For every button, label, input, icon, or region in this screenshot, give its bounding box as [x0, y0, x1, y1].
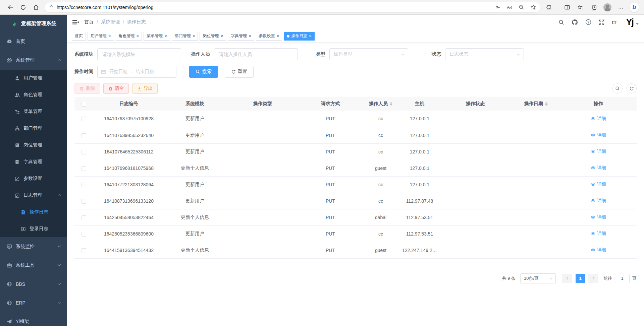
table-search-toggle-button[interactable]: [612, 83, 623, 93]
close-icon[interactable]: ×: [309, 34, 312, 38]
tab-dictionary-management[interactable]: 字典管理×: [228, 32, 254, 41]
sidebar-item-post-management[interactable]: 岗位管理: [0, 137, 67, 153]
copilot-button[interactable]: b: [629, 2, 640, 13]
detail-link[interactable]: 详细: [591, 247, 606, 253]
sort-icons[interactable]: [390, 102, 392, 106]
breadcrumb-home[interactable]: 首页: [84, 19, 94, 25]
close-icon[interactable]: ×: [164, 34, 167, 38]
header-help-button[interactable]: ?: [585, 19, 591, 25]
sidebar-item-erp[interactable]: ERP: [0, 294, 67, 312]
row-checkbox[interactable]: [82, 150, 86, 154]
sidebar-item-bbs[interactable]: BBS: [0, 275, 67, 294]
chevron-down-icon: [517, 52, 520, 56]
sidebar-item-system-monitor[interactable]: 系统监控: [0, 237, 67, 256]
favorites-button[interactable]: [575, 2, 586, 13]
password-key-icon[interactable]: [495, 4, 501, 10]
sidebar-item-system-tools[interactable]: 系统工具: [0, 256, 67, 275]
goto-page-input[interactable]: [615, 274, 630, 283]
sidebar-item-operation-log[interactable]: 操作日志: [0, 204, 67, 220]
sidebar-item-department-management[interactable]: 部门管理: [0, 120, 67, 137]
header-github-button[interactable]: [572, 19, 578, 25]
profile-button[interactable]: [602, 2, 613, 13]
read-aloud-icon[interactable]: A: [507, 5, 513, 10]
settings-more-button[interactable]: …: [615, 2, 627, 13]
select-all-checkbox[interactable]: [82, 102, 86, 107]
cell-log-id: 1642505235366809600: [93, 225, 164, 242]
status-select[interactable]: 日志状态: [445, 48, 524, 60]
row-checkbox[interactable]: [82, 166, 86, 171]
close-icon[interactable]: ×: [220, 34, 223, 38]
close-icon[interactable]: ×: [137, 34, 139, 38]
sidebar-item-log-management[interactable]: 日志管理: [0, 187, 67, 204]
sidebar-item-system-management[interactable]: 系统管理: [0, 51, 67, 70]
collections-button[interactable]: [588, 2, 600, 13]
close-icon[interactable]: ×: [108, 34, 111, 38]
split-screen-button[interactable]: [561, 2, 573, 13]
detail-link[interactable]: 详细: [591, 181, 606, 187]
tab-home[interactable]: 首页: [72, 32, 86, 41]
clear-button[interactable]: 清空: [103, 83, 129, 94]
close-icon[interactable]: ×: [249, 34, 251, 38]
tab-department-management[interactable]: 部门管理×: [172, 32, 198, 41]
module-input[interactable]: [97, 48, 181, 60]
address-bar[interactable]: https://ccnetcore.com:1101/system/log/op…: [45, 2, 540, 12]
browser-refresh-button[interactable]: [17, 2, 30, 13]
sidebar-collapse-button[interactable]: [72, 19, 79, 25]
export-button[interactable]: 导出: [132, 83, 158, 94]
detail-link[interactable]: 详细: [591, 148, 606, 154]
row-checkbox[interactable]: [82, 117, 86, 121]
sidebar-item-menu-management[interactable]: 菜单管理: [0, 103, 67, 120]
prev-page-button[interactable]: [562, 274, 572, 283]
add-favorite-icon[interactable]: [530, 4, 536, 10]
sort-icons[interactable]: [545, 102, 548, 106]
page-number-1[interactable]: 1: [576, 274, 585, 283]
next-page-button[interactable]: [588, 274, 598, 283]
detail-link[interactable]: 详细: [591, 231, 606, 237]
row-checkbox[interactable]: [82, 215, 86, 220]
tab-menu-management[interactable]: 菜单管理×: [144, 32, 170, 41]
type-select[interactable]: 操作类型: [329, 48, 408, 60]
tab-parameter-settings[interactable]: 参数设置×: [256, 32, 282, 41]
extensions-button[interactable]: [543, 2, 554, 13]
row-checkbox[interactable]: [82, 183, 86, 187]
detail-link[interactable]: 详细: [591, 132, 606, 138]
browser-back-button[interactable]: [4, 2, 17, 13]
delete-button[interactable]: 删除: [74, 83, 100, 94]
tab-role-management[interactable]: 角色管理×: [116, 32, 142, 41]
close-icon[interactable]: ×: [277, 34, 279, 38]
detail-link[interactable]: 详细: [591, 214, 606, 220]
detail-link[interactable]: 详细: [591, 198, 606, 204]
user-menu[interactable]: Yj: [624, 18, 639, 27]
detail-link[interactable]: 详细: [591, 165, 606, 171]
sidebar-item-dictionary-management[interactable]: 字典管理: [0, 153, 67, 170]
col-date[interactable]: 操作日期: [512, 97, 560, 111]
reset-button[interactable]: 重置: [225, 66, 254, 78]
row-checkbox[interactable]: [82, 199, 86, 204]
sidebar-item-parameter-settings[interactable]: 参数设置: [0, 170, 67, 187]
font-size-icon[interactable]: tT: [612, 19, 616, 25]
row-checkbox[interactable]: [82, 232, 86, 237]
tab-user-management[interactable]: 用户管理×: [88, 32, 114, 41]
date-range-picker[interactable]: 开始日期 - 结束日期: [97, 66, 176, 78]
tab-operation-log[interactable]: 操作日志×: [284, 32, 315, 41]
table-refresh-button[interactable]: [627, 83, 637, 93]
page-size-select[interactable]: 10条/页: [520, 273, 556, 283]
sidebar-item-role-management[interactable]: 角色管理: [0, 86, 67, 103]
header-fullscreen-button[interactable]: [599, 19, 604, 25]
sidebar-item-login-log[interactable]: 登录日志: [0, 220, 67, 237]
app-logo[interactable]: 意框架管理系统: [0, 15, 67, 32]
search-button[interactable]: 搜索: [189, 66, 218, 78]
row-checkbox[interactable]: [82, 248, 86, 253]
tab-post-management[interactable]: 岗位管理×: [200, 32, 226, 41]
row-checkbox[interactable]: [82, 133, 86, 138]
sidebar-item-home[interactable]: 首页: [0, 32, 67, 51]
header-search-button[interactable]: [558, 19, 564, 25]
sidebar-item-yi-framework[interactable]: Yi框架: [0, 312, 67, 326]
operator-input[interactable]: [214, 48, 298, 60]
col-operator[interactable]: 操作人员: [361, 97, 400, 111]
detail-link[interactable]: 详细: [591, 116, 606, 122]
close-icon[interactable]: ×: [193, 34, 195, 38]
zoom-out-icon[interactable]: [519, 4, 524, 10]
sidebar-item-user-management[interactable]: 用户管理: [0, 70, 67, 86]
browser-home-button[interactable]: [30, 2, 42, 13]
